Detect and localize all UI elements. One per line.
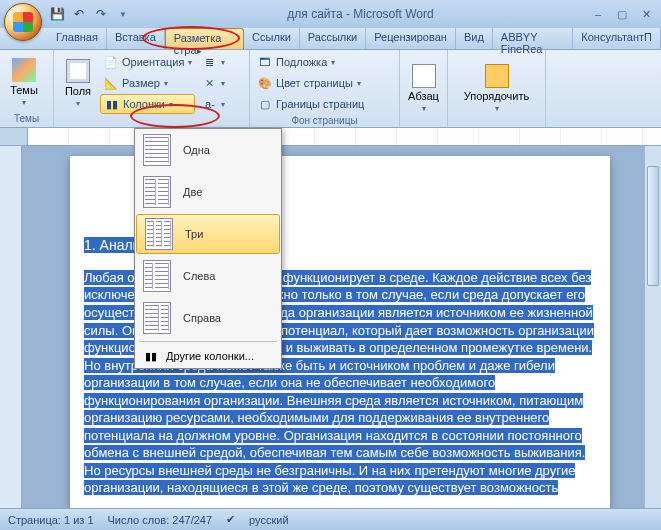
orientation-icon: 📄 <box>103 55 118 70</box>
page-borders-icon: ▢ <box>257 97 272 112</box>
status-proofing-icon[interactable]: ✔ <box>226 513 235 526</box>
status-language[interactable]: русский <box>249 514 288 526</box>
page-borders-button[interactable]: ▢Границы страниц <box>254 94 367 114</box>
themes-button[interactable]: Темы▾ <box>4 52 44 112</box>
more-columns-icon: ▮▮ <box>143 349 158 364</box>
columns-option-left[interactable]: Слева <box>135 255 281 297</box>
tab-abbyy[interactable]: ABBYY FineRea <box>493 28 573 49</box>
office-logo-icon <box>13 12 33 32</box>
line-numbers-button[interactable]: ⨯▾ <box>199 73 228 93</box>
columns-button[interactable]: ▮▮Колонки ▾ <box>100 94 195 114</box>
tab-mailings[interactable]: Рассылки <box>300 28 366 49</box>
columns-option-three[interactable]: Три <box>136 214 280 254</box>
redo-icon[interactable]: ↷ <box>92 5 110 23</box>
horizontal-ruler-area <box>0 128 661 146</box>
close-button[interactable]: ✕ <box>637 7 655 21</box>
tab-review[interactable]: Рецензирован <box>366 28 456 49</box>
group-paragraph: Абзац▾ <box>400 50 448 127</box>
status-word-count[interactable]: Число слов: 247/247 <box>108 514 213 526</box>
three-column-icon <box>145 218 173 250</box>
page-color-icon: 🎨 <box>257 76 272 91</box>
columns-more-options[interactable]: ▮▮ Другие колонки... <box>135 344 281 368</box>
tab-insert[interactable]: Вставка <box>107 28 165 49</box>
quick-access-toolbar: 💾 ↶ ↷ ▼ <box>48 5 132 23</box>
group-label-page-setup <box>58 114 245 127</box>
group-themes: Темы▾ Темы <box>0 50 54 127</box>
breaks-button[interactable]: ≣▾ <box>199 52 228 72</box>
group-page-setup: Поля▾ 📄Ориентация ▾ 📐Размер ▾ ▮▮Колонки … <box>54 50 250 127</box>
status-bar: Страница: 1 из 1 Число слов: 247/247 ✔ р… <box>0 508 661 530</box>
tab-page-layout[interactable]: Разметка стра▸ <box>165 28 244 49</box>
tab-consultant[interactable]: КонсультантП <box>573 28 661 49</box>
two-column-icon <box>143 176 171 208</box>
window-title: для сайта - Microsoft Word <box>132 7 589 21</box>
hyphenation-icon: a- <box>202 97 217 112</box>
menu-separator <box>139 341 277 342</box>
paragraph-button[interactable]: Абзац▾ <box>404 52 443 125</box>
right-column-icon <box>143 302 171 334</box>
group-page-background: 🗔Подложка ▾ 🎨Цвет страницы ▾ ▢Границы ст… <box>250 50 400 127</box>
titlebar: 💾 ↶ ↷ ▼ для сайта - Microsoft Word – ▢ ✕ <box>0 0 661 28</box>
hyphenation-button[interactable]: a-▾ <box>199 94 228 114</box>
tab-home[interactable]: Главная <box>48 28 107 49</box>
group-label-themes: Темы <box>4 112 49 125</box>
save-icon[interactable]: 💾 <box>48 5 66 23</box>
themes-icon <box>12 58 36 82</box>
minimize-button[interactable]: – <box>589 7 607 21</box>
paragraph-icon <box>412 64 436 88</box>
page-color-button[interactable]: 🎨Цвет страницы ▾ <box>254 73 367 93</box>
maximize-button[interactable]: ▢ <box>613 7 631 21</box>
office-button[interactable] <box>4 3 42 41</box>
line-numbers-icon: ⨯ <box>202 76 217 91</box>
left-column-icon <box>143 260 171 292</box>
size-button[interactable]: 📐Размер ▾ <box>100 73 195 93</box>
watermark-button[interactable]: 🗔Подложка ▾ <box>254 52 367 72</box>
margins-label: Поля <box>65 85 91 97</box>
tab-view[interactable]: Вид <box>456 28 493 49</box>
columns-option-right[interactable]: Справа <box>135 297 281 339</box>
ribbon-tabs: Главная Вставка Разметка стра▸ Ссылки Ра… <box>0 28 661 50</box>
undo-icon[interactable]: ↶ <box>70 5 88 23</box>
document-area: 1. Анализ среды Любая организация находи… <box>0 146 661 516</box>
ruler-corner <box>0 128 28 145</box>
themes-label: Темы <box>10 84 38 96</box>
tab-references[interactable]: Ссылки <box>244 28 300 49</box>
breaks-icon: ≣ <box>202 55 217 70</box>
columns-option-two[interactable]: Две <box>135 171 281 213</box>
margins-icon <box>66 59 90 83</box>
status-page[interactable]: Страница: 1 из 1 <box>8 514 94 526</box>
columns-dropdown: Одна Две Три Слева Справа ▮▮ Другие коло… <box>134 128 282 369</box>
window-controls: – ▢ ✕ <box>589 7 655 21</box>
ribbon: Темы▾ Темы Поля▾ 📄Ориентация ▾ 📐Размер ▾… <box>0 50 661 128</box>
group-label-page-bg: Фон страницы <box>254 114 395 127</box>
columns-option-one[interactable]: Одна <box>135 129 281 171</box>
document-viewport[interactable]: 1. Анализ среды Любая организация находи… <box>22 146 661 516</box>
horizontal-ruler[interactable] <box>28 128 661 145</box>
group-arrange: Упорядочить▾ <box>448 50 546 127</box>
vertical-scrollbar[interactable] <box>644 146 661 516</box>
margins-button[interactable]: Поля▾ <box>58 52 98 114</box>
columns-icon: ▮▮ <box>104 97 119 112</box>
watermark-icon: 🗔 <box>257 55 272 70</box>
qat-dropdown-icon[interactable]: ▼ <box>114 5 132 23</box>
vertical-ruler[interactable] <box>0 146 22 516</box>
scrollbar-thumb[interactable] <box>647 166 659 286</box>
arrange-button[interactable]: Упорядочить▾ <box>452 52 541 125</box>
arrange-icon <box>485 64 509 88</box>
one-column-icon <box>143 134 171 166</box>
size-icon: 📐 <box>103 76 118 91</box>
